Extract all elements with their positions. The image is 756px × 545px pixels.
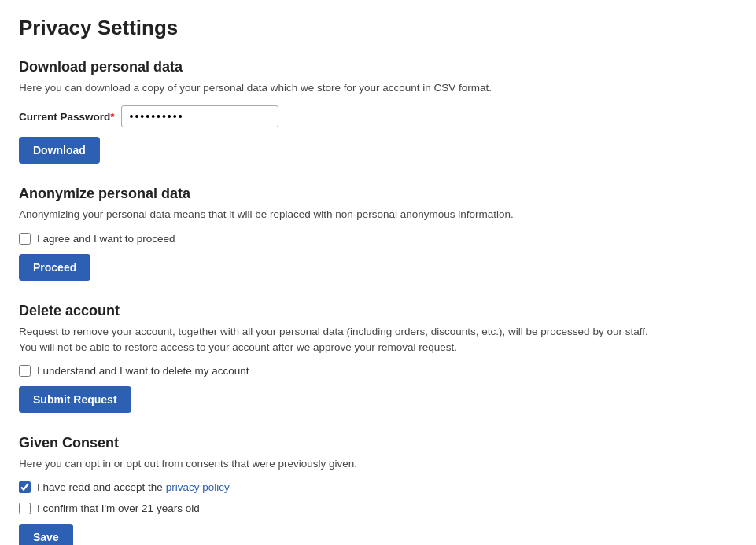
delete-checkbox-label[interactable]: I understand and I want to delete my acc… [37, 365, 249, 377]
download-button[interactable]: Download [19, 137, 100, 164]
download-section: Download personal data Here you can down… [19, 59, 737, 164]
consent-checkbox2-label[interactable]: I confirm that I'm over 21 years old [37, 503, 200, 514]
save-button[interactable]: Save [19, 524, 73, 545]
submit-request-button[interactable]: Submit Request [19, 386, 131, 413]
delete-checkbox-row: I understand and I want to delete my acc… [19, 365, 737, 377]
consent-section: Given Consent Here you can opt in or opt… [19, 435, 737, 545]
consent-privacy-checkbox[interactable] [19, 481, 31, 493]
anonymize-checkbox-row: I agree and I want to proceed [19, 233, 737, 245]
page-title: Privacy Settings [19, 16, 737, 40]
consent-checkbox1-prefix: I have read and accept the [37, 481, 166, 493]
consent-heading: Given Consent [19, 435, 737, 451]
consent-checkbox2-row: I confirm that I'm over 21 years old [19, 503, 737, 514]
delete-checkbox[interactable] [19, 365, 31, 377]
delete-description: Request to remove your account, together… [19, 324, 737, 356]
consent-description: Here you can opt in or opt out from cons… [19, 456, 737, 472]
anonymize-description: Anonymizing your personal data means tha… [19, 207, 737, 223]
download-heading: Download personal data [19, 59, 737, 75]
anonymize-section: Anonymize personal data Anonymizing your… [19, 186, 737, 280]
required-star: * [110, 111, 114, 123]
anonymize-checkbox[interactable] [19, 233, 31, 245]
anonymize-heading: Anonymize personal data [19, 186, 737, 202]
delete-heading: Delete account [19, 303, 737, 319]
current-password-input[interactable] [121, 105, 278, 127]
consent-checkbox1-row: I have read and accept the privacy polic… [19, 481, 737, 493]
consent-checkbox1-label[interactable]: I have read and accept the privacy polic… [37, 481, 230, 493]
delete-section: Delete account Request to remove your ac… [19, 303, 737, 414]
password-label: Current Password* [19, 111, 115, 123]
password-row: Current Password* [19, 105, 737, 127]
consent-age-checkbox[interactable] [19, 503, 31, 514]
proceed-button[interactable]: Proceed [19, 254, 90, 281]
privacy-policy-link[interactable]: privacy policy [166, 481, 230, 493]
download-description: Here you can download a copy of your per… [19, 80, 737, 96]
anonymize-checkbox-label[interactable]: I agree and I want to proceed [37, 233, 175, 245]
